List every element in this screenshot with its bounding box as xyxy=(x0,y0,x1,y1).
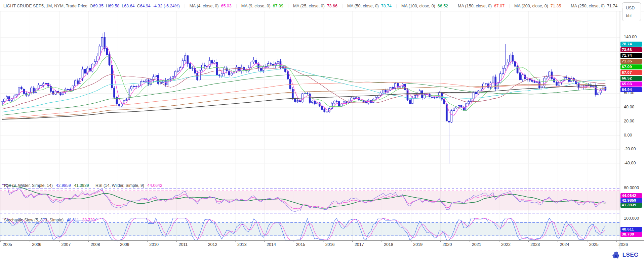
price-tick-label: 20.00 xyxy=(624,119,634,123)
stoch-k-value: 48.611 xyxy=(67,218,79,222)
rsi-badge: 41.3939 xyxy=(620,203,642,208)
ma-legend-4[interactable]: MA (4, close, 0)65.03 xyxy=(185,4,237,8)
year-label: 2009 xyxy=(120,242,129,247)
year-label: 2019 xyxy=(413,242,422,247)
year-label: 2010 xyxy=(149,242,159,247)
rsi-legend[interactable]: RSI (9, Wilder, Simple, 14) 42.9859 41.3… xyxy=(4,183,164,188)
instrument-legend[interactable]: LIGHT CRUDE SEP5, 1M, NYM, Trade PriceO6… xyxy=(3,4,185,8)
ma-value: 71.74 xyxy=(607,4,617,8)
ma-label: MA (4, close, 0) xyxy=(190,4,219,8)
chart-header-legend: LIGHT CRUDE SEP5, 1M, NYM, Trade PriceO6… xyxy=(3,2,622,10)
year-label: 2018 xyxy=(384,242,393,247)
net-change: -4.32 (-6.24%) xyxy=(153,4,180,8)
rsi1-signal-value: 41.3939 xyxy=(74,183,89,188)
ma-value: 78.74 xyxy=(381,4,392,8)
rsi1-label: RSI (9, Wilder, Simple, 14) xyxy=(4,183,53,188)
year-label: 2017 xyxy=(355,242,364,247)
year-label: 2023 xyxy=(530,242,540,247)
chart-application-window: LIGHT CRUDE SEP5, 1M, NYM, Trade PriceO6… xyxy=(0,0,644,260)
price-badge: 78.74 xyxy=(620,42,642,47)
lseg-crest-icon xyxy=(611,251,620,259)
ohlc-l: L63.64 xyxy=(122,4,134,8)
year-label: 2005 xyxy=(3,242,12,247)
ma-legend-200[interactable]: MA (200, close, 0)71.35 xyxy=(510,4,566,8)
ma-value: 73.66 xyxy=(327,4,337,8)
rsi-badge: 42.9859 xyxy=(620,198,642,203)
year-label: 2020 xyxy=(443,242,452,247)
year-label: 2007 xyxy=(61,242,71,247)
ma-label: MA (150, close, 0) xyxy=(458,4,492,8)
ma-legend-250[interactable]: MA (250, close, 0)71.74 xyxy=(566,4,622,8)
stoch-badge: 38.739 xyxy=(620,232,642,237)
price-badge: 67.07 xyxy=(620,70,642,75)
stoch-label: Stochastic Slow (5, 3, 3, Simple) xyxy=(4,218,64,222)
ma-value: 66.52 xyxy=(438,4,448,8)
instrument-title: LIGHT CRUDE SEP5, 1M, NYM, Trade Price xyxy=(3,4,87,8)
price-unit-currency: USD xyxy=(626,6,641,10)
year-label: 2011 xyxy=(178,242,188,247)
ma-value: 67.07 xyxy=(494,4,505,8)
rsi-badge: 44.0642 xyxy=(620,193,642,198)
price-tick-label: 40.00 xyxy=(624,105,634,109)
price-badge: 65.03 xyxy=(620,82,642,87)
year-label: 2008 xyxy=(91,242,100,247)
price-badge: 67.09 xyxy=(620,64,642,69)
year-label: 2024 xyxy=(560,242,569,247)
ma-legend-50[interactable]: MA (50, close, 0)78.74 xyxy=(343,4,397,8)
ma-label: MA (100, close, 0) xyxy=(401,4,435,8)
time-axis[interactable]: 2005200620072008200920102011201220132014… xyxy=(0,242,620,248)
rsi1-value: 42.9859 xyxy=(56,183,71,188)
ma-label: MA (200, close, 0) xyxy=(514,4,548,8)
rsi2-label: RSI (14, Wilder, Simple, 9) xyxy=(95,183,144,188)
ma-legend-100[interactable]: MA (100, close, 0)66.52 xyxy=(397,4,453,8)
year-label: 2016 xyxy=(325,242,335,247)
ma-legend-150[interactable]: MA (150, close, 0)67.07 xyxy=(453,4,510,8)
ma-value: 65.03 xyxy=(221,4,231,8)
year-label: 2015 xyxy=(296,242,305,247)
stoch-axis-label: 100.000 xyxy=(624,216,639,221)
rsi2-value: 44.0642 xyxy=(147,183,162,188)
stochastic-legend[interactable]: Stochastic Slow (5, 3, 3, Simple) 48.611… xyxy=(4,218,97,222)
year-label: 2021 xyxy=(472,242,481,247)
price-tick-label: -20.00 xyxy=(624,147,636,151)
rsi-axis-label: 80.0000 xyxy=(624,186,639,190)
ma-label: MA (50, close, 0) xyxy=(347,4,379,8)
price-badge: 66.52 xyxy=(620,76,642,81)
year-label: 2006 xyxy=(32,242,41,247)
stoch-d-value: 38.739 xyxy=(82,218,95,222)
price-tick-label: -40.00 xyxy=(624,161,636,165)
ma-legend-25[interactable]: MA (25, close, 0)73.66 xyxy=(288,4,343,8)
ma-label: MA (9, close, 0) xyxy=(241,4,271,8)
year-label: 2013 xyxy=(237,242,247,247)
lseg-brand: LSEG xyxy=(611,251,639,259)
stoch-badge: 48.611 xyxy=(620,227,642,232)
price-badge: 64.94 xyxy=(620,87,642,92)
ma-label: MA (25, close, 0) xyxy=(293,4,325,8)
year-label: 2014 xyxy=(267,242,276,247)
price-badge: 73.66 xyxy=(620,47,642,52)
price-badge: 71.74 xyxy=(620,53,642,58)
ohlc-c: C64.94 xyxy=(137,4,150,8)
price-unit-measure: bbl xyxy=(626,13,641,18)
ma-value: 71.35 xyxy=(551,4,561,8)
price-unit-box: USD bbl xyxy=(622,2,641,21)
year-label: 2012 xyxy=(208,242,217,247)
ohlc-h: H69.58 xyxy=(106,4,119,8)
ohlc-o: O69.35 xyxy=(90,4,104,8)
price-badge: 71.35 xyxy=(620,59,642,64)
ma-label: MA (250, close, 0) xyxy=(571,4,605,8)
ma-legend-9[interactable]: MA (9, close, 0)67.09 xyxy=(237,4,288,8)
price-tick-label: 140.00 xyxy=(624,35,637,39)
price-tick-label: 0.00 xyxy=(624,133,632,138)
year-label: 2022 xyxy=(501,242,511,247)
lseg-brand-text: LSEG xyxy=(622,252,639,258)
year-label: 2025 xyxy=(589,242,599,247)
ma-value: 67.09 xyxy=(273,4,283,8)
year-label: 2026 xyxy=(618,242,628,247)
